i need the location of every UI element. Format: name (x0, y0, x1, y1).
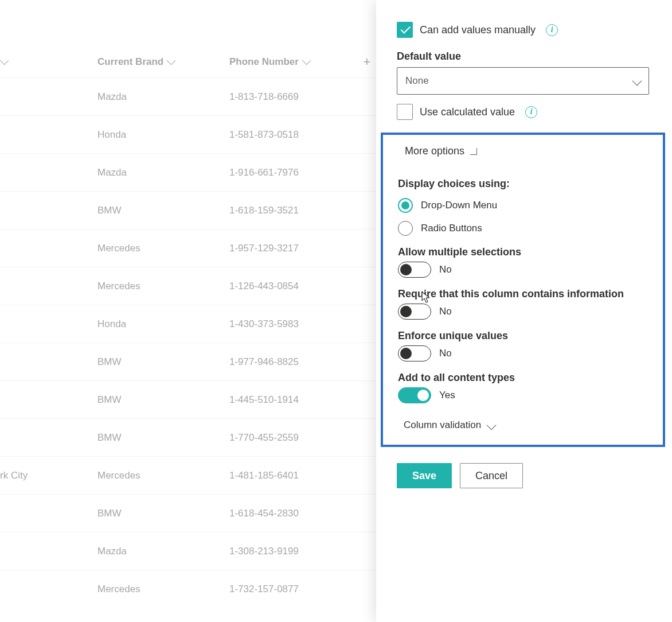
require-info-label: Require that this column contains inform… (398, 288, 648, 300)
add-column-button[interactable]: + (355, 55, 378, 69)
cell-phone: 1-957-129-3217 (229, 243, 355, 254)
column-header-current-brand[interactable]: Current Brand (97, 56, 229, 68)
cell-brand: BMW (97, 394, 229, 406)
default-value-label: Default value (397, 50, 649, 63)
column-settings-panel: Can add values manually Default value No… (376, 0, 672, 622)
toggle-value: No (439, 264, 452, 275)
table-row[interactable]: Mazda1-308-213-9199 (0, 532, 378, 570)
cell-brand: Mercedes (97, 281, 229, 292)
cell-phone: 1-126-443-0854 (229, 281, 355, 292)
cell-brand: Mazda (97, 91, 229, 103)
info-icon[interactable] (546, 24, 558, 36)
cell-phone: 1-445-510-1914 (229, 394, 355, 406)
more-options-label: More options (405, 145, 464, 157)
chevron-down-icon (0, 56, 6, 68)
radio-label: Radio Buttons (421, 223, 482, 234)
cell-phone: 1-916-661-7976 (229, 167, 355, 178)
column-validation-toggle[interactable]: Column validation (404, 419, 648, 431)
list-view: Current Brand Phone Number + Mazda1-813-… (0, 0, 378, 622)
cell-phone: 1-732-157-0877 (229, 584, 355, 595)
table-row[interactable]: Honda1-430-373-5983 (0, 305, 378, 343)
table-row[interactable]: Honda1-581-873-0518 (0, 115, 378, 153)
add-all-types-label: Add to all content types (398, 372, 648, 384)
default-value-select[interactable]: None (397, 67, 649, 95)
can-add-manually-row: Can add values manually (397, 22, 649, 38)
cell-phone: 1-581-873-0518 (229, 129, 355, 141)
cell-phone: 1-481-185-6401 (229, 470, 355, 481)
can-add-manually-checkbox[interactable] (397, 22, 413, 38)
display-choices-label: Display choices using: (398, 178, 648, 190)
table-row[interactable]: BMW1-618-454-2830 (0, 494, 378, 532)
cell-brand: BMW (97, 432, 229, 444)
default-value-selected: None (405, 75, 429, 87)
table-row[interactable]: rk CityMercedes1-481-185-6401 (0, 456, 378, 494)
cell-phone: 1-770-455-2559 (229, 432, 355, 444)
cell-brand: BMW (97, 205, 229, 216)
more-options-toggle[interactable]: More options (405, 145, 477, 157)
cell-brand: Mazda (97, 546, 229, 557)
chevron-down-icon (632, 76, 642, 86)
table-row[interactable]: Mercedes1-732-157-0877 (0, 570, 378, 608)
chevron-down-icon (470, 148, 477, 155)
can-add-manually-label: Can add values manually (420, 24, 536, 36)
cell-brand: BMW (97, 356, 229, 368)
radio-icon (398, 221, 413, 236)
use-calculated-row: Use calculated value (397, 104, 649, 120)
column-header-phone[interactable]: Phone Number (229, 56, 355, 68)
column-headers: Current Brand Phone Number + (0, 46, 378, 77)
more-options-highlight: More options Display choices using: Drop… (381, 133, 665, 447)
cell-phone: 1-618-159-3521 (229, 205, 355, 216)
toggle-value: Yes (439, 390, 455, 401)
cell-brand: Mercedes (97, 470, 229, 481)
enforce-unique-toggle[interactable] (398, 345, 431, 361)
add-all-types-toggle[interactable] (398, 387, 431, 403)
column-header-city[interactable] (0, 56, 97, 68)
cell-city: rk City (0, 470, 97, 481)
plus-icon: + (364, 55, 371, 69)
column-header-label: Phone Number (229, 56, 299, 68)
chevron-down-icon (487, 421, 497, 430)
table-row[interactable]: Mazda1-916-661-7976 (0, 153, 378, 191)
cell-brand: Honda (97, 129, 229, 141)
table-body: Mazda1-813-718-6669Honda1-581-873-0518Ma… (0, 77, 378, 608)
cell-brand: Mazda (97, 167, 229, 178)
table-row[interactable]: Mercedes1-957-129-3217 (0, 229, 378, 267)
chevron-down-icon (167, 56, 173, 68)
cell-brand: Mercedes (97, 584, 229, 595)
info-icon[interactable] (525, 106, 537, 118)
cell-phone: 1-977-946-8825 (229, 356, 355, 368)
use-calculated-label: Use calculated value (420, 106, 515, 118)
display-dropdown-radio[interactable]: Drop-Down Menu (398, 198, 648, 213)
chevron-down-icon (302, 56, 308, 68)
use-calculated-checkbox[interactable] (397, 104, 413, 120)
cell-phone: 1-813-718-6669 (229, 91, 355, 103)
panel-footer: Save Cancel (397, 463, 649, 488)
radio-label: Drop-Down Menu (421, 200, 497, 211)
table-row[interactable]: BMW1-445-510-1914 (0, 380, 378, 418)
cell-phone: 1-308-213-9199 (229, 546, 355, 557)
allow-multiple-label: Allow multiple selections (398, 246, 648, 258)
toggle-value: No (439, 348, 452, 359)
toggle-value: No (439, 306, 452, 317)
table-row[interactable]: Mercedes1-126-443-0854 (0, 267, 378, 305)
cell-brand: Mercedes (97, 243, 229, 254)
cancel-button[interactable]: Cancel (460, 463, 523, 488)
cell-phone: 1-430-373-5983 (229, 318, 355, 330)
default-value-section: Default value None (397, 50, 649, 95)
display-radiobuttons-radio[interactable]: Radio Buttons (398, 221, 648, 236)
table-row[interactable]: BMW1-618-159-3521 (0, 191, 378, 229)
cell-brand: BMW (97, 508, 229, 519)
table-row[interactable]: Mazda1-813-718-6669 (0, 77, 378, 115)
require-info-toggle[interactable] (398, 304, 431, 320)
cell-brand: Honda (97, 318, 229, 330)
enforce-unique-label: Enforce unique values (398, 330, 648, 342)
cell-phone: 1-618-454-2830 (229, 508, 355, 519)
column-validation-label: Column validation (404, 419, 481, 431)
radio-icon (398, 198, 413, 213)
table-row[interactable]: BMW1-977-946-8825 (0, 343, 378, 380)
column-header-label: Current Brand (97, 56, 163, 68)
table-row[interactable]: BMW1-770-455-2559 (0, 418, 378, 456)
allow-multiple-toggle[interactable] (398, 262, 431, 278)
save-button[interactable]: Save (397, 463, 452, 488)
